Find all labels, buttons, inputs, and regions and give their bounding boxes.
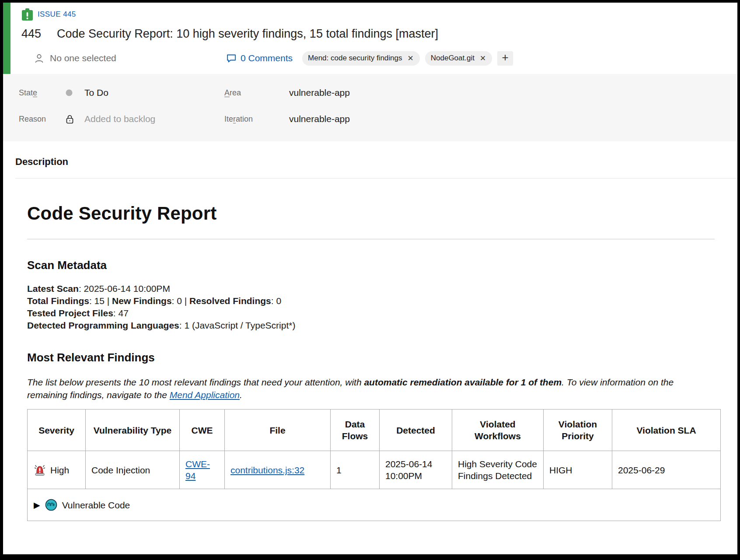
work-item-type-label: ISSUE 445: [38, 10, 76, 19]
tag-pill[interactable]: Mend: code security findings ✕: [302, 51, 420, 66]
comments-button[interactable]: 0 Comments: [226, 53, 293, 63]
latest-scan-line: Latest Scan: 2025-06-14 10:00PM: [27, 283, 715, 295]
violation-priority-cell: HIGH: [544, 451, 612, 489]
report-title: Code Security Report: [27, 203, 715, 224]
vulnerable-code-expander[interactable]: ▶ Vulnerable Code: [34, 499, 714, 511]
description-section-label: Description: [15, 156, 737, 168]
findings-intro: The list below presents the 10 most rele…: [27, 376, 701, 401]
data-flows-cell: 1: [331, 451, 380, 489]
iteration-field-label: Iteration: [224, 115, 289, 124]
most-relevant-findings-heading: Most Relevant Findings: [27, 351, 715, 364]
severity-value: High: [50, 464, 69, 476]
col-header-violation-priority: Violation Priority: [544, 410, 612, 451]
work-item-fields: State To Do Reason Added to backlog Area…: [3, 74, 737, 141]
vulnerability-type-cell: Code Injection: [86, 451, 180, 489]
area-field-label: Area: [224, 88, 289, 98]
state-field-label: State: [19, 88, 65, 98]
comment-bubble-icon: [226, 53, 237, 63]
languages-line: Detected Programming Languages: 1 (JavaS…: [27, 319, 715, 332]
detected-cell: 2025-06-14 10:00PM: [380, 451, 452, 489]
col-header-violated-workflows: Violated Workflows: [452, 410, 544, 451]
work-item-type-color-bar: [3, 3, 10, 74]
area-value[interactable]: vulnerable-app: [289, 88, 350, 98]
tag-label: NodeGoat.git: [431, 54, 475, 63]
findings-counts-line: Total Findings: 15 | New Findings: 0 | R…: [27, 295, 715, 307]
tag-pill[interactable]: NodeGoat.git ✕: [425, 51, 492, 66]
vulnerable-code-label: Vulnerable Code: [62, 499, 130, 511]
cwe-link[interactable]: CWE-94: [185, 458, 214, 482]
scan-metadata-heading: Scan Metadata: [27, 259, 715, 272]
file-link[interactable]: contributions.js:32: [230, 465, 304, 475]
description-content: Code Security Report Scan Metadata Lates…: [3, 178, 737, 521]
col-header-detected: Detected: [380, 410, 452, 451]
work-item-header: ISSUE 445 445 Code Security Report: 10 h…: [3, 3, 737, 74]
tag-remove-icon[interactable]: ✕: [408, 55, 414, 62]
col-header-vulnerability-type: Vulnerability Type: [86, 410, 180, 451]
col-header-file: File: [225, 410, 331, 451]
reason-field-label: Reason: [19, 115, 65, 124]
severity-cell: High: [28, 451, 86, 489]
plus-icon: +: [502, 51, 509, 64]
lock-icon: [65, 114, 84, 124]
table-header-row: Severity Vulnerability Type CWE File Dat…: [28, 410, 721, 451]
assignee-field[interactable]: No one selected: [34, 53, 226, 64]
col-header-cwe: CWE: [180, 410, 225, 451]
comments-count-label: 0 Comments: [241, 53, 293, 63]
add-tag-button[interactable]: +: [497, 51, 513, 66]
tag-remove-icon[interactable]: ✕: [480, 55, 486, 62]
state-value[interactable]: To Do: [84, 88, 108, 98]
person-icon: [34, 53, 45, 64]
file-cell: contributions.js:32: [225, 451, 331, 489]
col-header-data-flows: Data Flows: [331, 410, 380, 451]
cwe-cell: CWE-94: [180, 451, 225, 489]
vulnerable-code-row: ▶ Vulnerable Code: [28, 489, 721, 521]
siren-icon: [33, 463, 46, 476]
finding-row: High Code Injection CWE-94 contributions…: [28, 451, 721, 489]
tag-label: Mend: code security findings: [308, 54, 402, 63]
reason-value[interactable]: Added to backlog: [84, 114, 155, 124]
state-dot-icon: [65, 89, 84, 97]
findings-table: Severity Vulnerability Type CWE File Dat…: [27, 409, 721, 521]
iteration-value[interactable]: vulnerable-app: [289, 114, 350, 124]
vulnerable-code-cell: ▶ Vulnerable Code: [28, 489, 721, 521]
expander-triangle-icon: ▶: [34, 501, 40, 509]
issue-type-icon: [21, 8, 33, 21]
tag-list: Mend: code security findings ✕ NodeGoat.…: [302, 51, 513, 66]
report-rule: [27, 239, 715, 239]
work-item-id: 445: [21, 27, 41, 41]
col-header-severity: Severity: [28, 410, 86, 451]
mend-logo-icon: [45, 499, 57, 511]
violated-workflows-cell: High Severity Code Findings Detected: [452, 451, 544, 489]
mend-application-link[interactable]: Mend Application: [170, 390, 240, 400]
assignee-placeholder: No one selected: [50, 53, 116, 63]
scan-metadata-block: Latest Scan: 2025-06-14 10:00PM Total Fi…: [27, 283, 715, 332]
col-header-violation-sla: Violation SLA: [612, 410, 721, 451]
work-item-title[interactable]: Code Security Report: 10 high severity f…: [57, 27, 438, 41]
tested-files-line: Tested Project Files: 47: [27, 307, 715, 319]
violation-sla-cell: 2025-06-29: [612, 451, 721, 489]
